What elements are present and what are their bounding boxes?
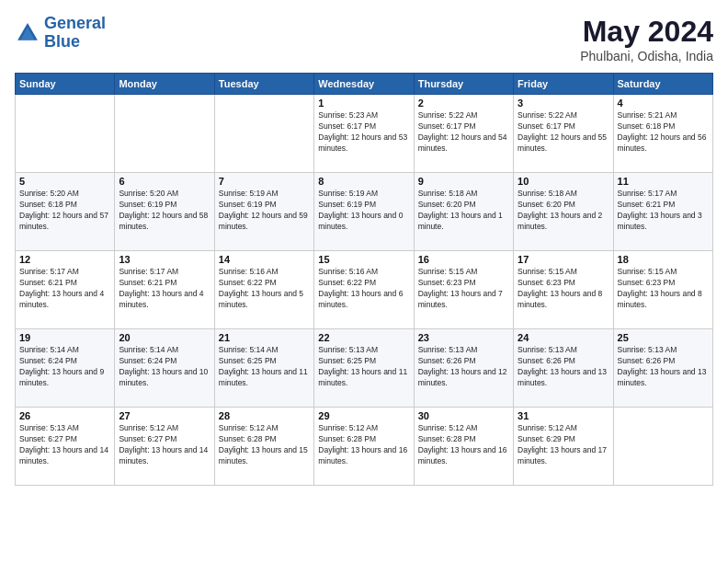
day-info: Sunrise: 5:13 AMSunset: 6:26 PMDaylight:… bbox=[518, 345, 609, 389]
day-cell: 14 Sunrise: 5:16 AMSunset: 6:22 PMDaylig… bbox=[214, 251, 313, 329]
day-number: 3 bbox=[518, 98, 609, 109]
day-cell: 20 Sunrise: 5:14 AMSunset: 6:24 PMDaylig… bbox=[115, 329, 214, 408]
day-number: 25 bbox=[618, 332, 709, 343]
day-info: Sunrise: 5:22 AMSunset: 6:17 PMDaylight:… bbox=[418, 110, 509, 155]
day-cell: 18 Sunrise: 5:15 AMSunset: 6:23 PMDaylig… bbox=[613, 251, 712, 329]
day-number: 18 bbox=[618, 254, 709, 265]
day-cell bbox=[16, 95, 115, 173]
day-number: 10 bbox=[518, 176, 609, 187]
day-cell: 5 Sunrise: 5:20 AMSunset: 6:18 PMDayligh… bbox=[16, 173, 115, 251]
day-cell: 1 Sunrise: 5:23 AMSunset: 6:17 PMDayligh… bbox=[314, 95, 414, 173]
day-info: Sunrise: 5:15 AMSunset: 6:23 PMDaylight:… bbox=[418, 267, 509, 311]
day-number: 7 bbox=[219, 176, 310, 187]
day-number: 22 bbox=[318, 332, 409, 343]
day-info: Sunrise: 5:13 AMSunset: 6:25 PMDaylight:… bbox=[318, 345, 409, 389]
col-sunday: Sunday bbox=[16, 74, 115, 95]
day-info: Sunrise: 5:16 AMSunset: 6:22 PMDaylight:… bbox=[219, 267, 310, 311]
week-row-1: 1 Sunrise: 5:23 AMSunset: 6:17 PMDayligh… bbox=[16, 95, 713, 173]
day-cell: 22 Sunrise: 5:13 AMSunset: 6:25 PMDaylig… bbox=[314, 329, 414, 408]
day-info: Sunrise: 5:15 AMSunset: 6:23 PMDaylight:… bbox=[518, 267, 609, 311]
day-cell: 2 Sunrise: 5:22 AMSunset: 6:17 PMDayligh… bbox=[414, 95, 513, 173]
day-number: 27 bbox=[119, 410, 210, 421]
day-info: Sunrise: 5:21 AMSunset: 6:18 PMDaylight:… bbox=[618, 110, 709, 155]
day-cell: 26 Sunrise: 5:13 AMSunset: 6:27 PMDaylig… bbox=[16, 408, 115, 486]
calendar-table: Sunday Monday Tuesday Wednesday Thursday… bbox=[15, 73, 713, 486]
col-thursday: Thursday bbox=[414, 74, 513, 95]
day-cell: 17 Sunrise: 5:15 AMSunset: 6:23 PMDaylig… bbox=[514, 251, 613, 329]
day-number: 21 bbox=[219, 332, 310, 343]
day-number: 23 bbox=[418, 332, 509, 343]
day-info: Sunrise: 5:12 AMSunset: 6:28 PMDaylight:… bbox=[318, 423, 409, 467]
day-cell bbox=[613, 408, 712, 486]
day-number: 28 bbox=[219, 410, 310, 421]
day-cell: 19 Sunrise: 5:14 AMSunset: 6:24 PMDaylig… bbox=[16, 329, 115, 408]
logo-line1: General bbox=[44, 14, 106, 32]
day-number: 11 bbox=[618, 176, 709, 187]
day-cell bbox=[214, 95, 313, 173]
day-cell: 12 Sunrise: 5:17 AMSunset: 6:21 PMDaylig… bbox=[16, 251, 115, 329]
day-number: 16 bbox=[418, 254, 509, 265]
header-row: Sunday Monday Tuesday Wednesday Thursday… bbox=[16, 74, 713, 95]
day-cell: 10 Sunrise: 5:18 AMSunset: 6:20 PMDaylig… bbox=[514, 173, 613, 251]
day-cell bbox=[115, 95, 214, 173]
day-cell: 28 Sunrise: 5:12 AMSunset: 6:28 PMDaylig… bbox=[214, 408, 313, 486]
day-cell: 27 Sunrise: 5:12 AMSunset: 6:27 PMDaylig… bbox=[115, 408, 214, 486]
day-number: 31 bbox=[518, 410, 609, 421]
day-info: Sunrise: 5:13 AMSunset: 6:26 PMDaylight:… bbox=[418, 345, 509, 389]
day-number: 13 bbox=[119, 254, 210, 265]
day-cell: 15 Sunrise: 5:16 AMSunset: 6:22 PMDaylig… bbox=[314, 251, 414, 329]
day-number: 14 bbox=[219, 254, 310, 265]
day-info: Sunrise: 5:13 AMSunset: 6:26 PMDaylight:… bbox=[618, 345, 709, 389]
day-cell: 29 Sunrise: 5:12 AMSunset: 6:28 PMDaylig… bbox=[314, 408, 414, 486]
day-cell: 13 Sunrise: 5:17 AMSunset: 6:21 PMDaylig… bbox=[115, 251, 214, 329]
day-cell: 21 Sunrise: 5:14 AMSunset: 6:25 PMDaylig… bbox=[214, 329, 313, 408]
day-number: 30 bbox=[418, 410, 509, 421]
week-row-4: 19 Sunrise: 5:14 AMSunset: 6:24 PMDaylig… bbox=[16, 329, 713, 408]
col-friday: Friday bbox=[514, 74, 613, 95]
logo-text: General Blue bbox=[44, 15, 106, 52]
week-row-5: 26 Sunrise: 5:13 AMSunset: 6:27 PMDaylig… bbox=[16, 408, 713, 486]
col-tuesday: Tuesday bbox=[214, 74, 313, 95]
day-cell: 9 Sunrise: 5:18 AMSunset: 6:20 PMDayligh… bbox=[414, 173, 513, 251]
day-info: Sunrise: 5:23 AMSunset: 6:17 PMDaylight:… bbox=[318, 110, 409, 155]
day-info: Sunrise: 5:12 AMSunset: 6:28 PMDaylight:… bbox=[418, 423, 509, 467]
day-info: Sunrise: 5:17 AMSunset: 6:21 PMDaylight:… bbox=[119, 267, 210, 311]
day-info: Sunrise: 5:20 AMSunset: 6:19 PMDaylight:… bbox=[119, 189, 210, 233]
day-number: 6 bbox=[119, 176, 210, 187]
day-number: 2 bbox=[418, 98, 509, 109]
logo: General Blue bbox=[15, 15, 106, 52]
day-info: Sunrise: 5:22 AMSunset: 6:17 PMDaylight:… bbox=[518, 110, 609, 155]
day-info: Sunrise: 5:14 AMSunset: 6:25 PMDaylight:… bbox=[219, 345, 310, 389]
day-info: Sunrise: 5:14 AMSunset: 6:24 PMDaylight:… bbox=[19, 345, 110, 389]
day-info: Sunrise: 5:15 AMSunset: 6:23 PMDaylight:… bbox=[618, 267, 709, 311]
week-row-2: 5 Sunrise: 5:20 AMSunset: 6:18 PMDayligh… bbox=[16, 173, 713, 251]
logo-icon bbox=[15, 20, 40, 46]
day-info: Sunrise: 5:13 AMSunset: 6:27 PMDaylight:… bbox=[19, 423, 110, 467]
day-number: 24 bbox=[518, 332, 609, 343]
header: General Blue May 2024 Phulbani, Odisha, … bbox=[15, 15, 713, 63]
day-number: 9 bbox=[418, 176, 509, 187]
day-cell: 31 Sunrise: 5:12 AMSunset: 6:29 PMDaylig… bbox=[514, 408, 613, 486]
day-number: 12 bbox=[19, 254, 110, 265]
day-number: 4 bbox=[618, 98, 709, 109]
day-cell: 3 Sunrise: 5:22 AMSunset: 6:17 PMDayligh… bbox=[514, 95, 613, 173]
day-number: 17 bbox=[518, 254, 609, 265]
day-number: 29 bbox=[318, 410, 409, 421]
col-saturday: Saturday bbox=[613, 74, 712, 95]
day-info: Sunrise: 5:14 AMSunset: 6:24 PMDaylight:… bbox=[119, 345, 210, 389]
day-cell: 7 Sunrise: 5:19 AMSunset: 6:19 PMDayligh… bbox=[214, 173, 313, 251]
col-wednesday: Wednesday bbox=[314, 74, 414, 95]
title-block: May 2024 Phulbani, Odisha, India bbox=[580, 15, 713, 63]
day-info: Sunrise: 5:12 AMSunset: 6:29 PMDaylight:… bbox=[518, 423, 609, 467]
day-cell: 6 Sunrise: 5:20 AMSunset: 6:19 PMDayligh… bbox=[115, 173, 214, 251]
day-info: Sunrise: 5:19 AMSunset: 6:19 PMDaylight:… bbox=[318, 189, 409, 233]
day-number: 8 bbox=[318, 176, 409, 187]
day-info: Sunrise: 5:12 AMSunset: 6:27 PMDaylight:… bbox=[119, 423, 210, 467]
page: General Blue May 2024 Phulbani, Odisha, … bbox=[0, 0, 728, 563]
day-info: Sunrise: 5:18 AMSunset: 6:20 PMDaylight:… bbox=[518, 189, 609, 233]
day-cell: 23 Sunrise: 5:13 AMSunset: 6:26 PMDaylig… bbox=[414, 329, 513, 408]
day-cell: 8 Sunrise: 5:19 AMSunset: 6:19 PMDayligh… bbox=[314, 173, 414, 251]
day-number: 19 bbox=[19, 332, 110, 343]
logo-line2: Blue bbox=[44, 32, 80, 51]
day-info: Sunrise: 5:19 AMSunset: 6:19 PMDaylight:… bbox=[219, 189, 310, 233]
